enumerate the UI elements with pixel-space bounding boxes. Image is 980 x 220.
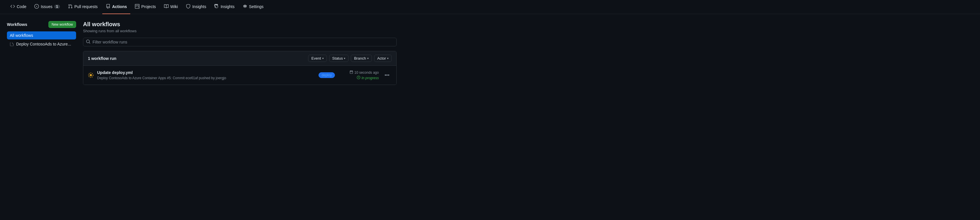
nav-label-security: Insights: [192, 4, 206, 9]
workflow-icon: [10, 42, 14, 46]
nav-label-projects: Projects: [141, 4, 156, 9]
runs-header: 1 workflow run Event ▾ Status ▾ Branch ▾: [83, 51, 396, 66]
runs-container: 1 workflow run Event ▾ Status ▾ Branch ▾: [83, 51, 397, 85]
actions-icon: [106, 4, 110, 9]
main-panel: All workflows Showing runs from all work…: [83, 21, 397, 85]
filter-event-chevron: ▾: [322, 57, 324, 60]
nav-label-settings: Settings: [249, 4, 264, 9]
filter-event-button[interactable]: Event ▾: [308, 55, 326, 62]
filter-branch-label: Branch: [354, 56, 366, 60]
filter-branch-button[interactable]: Branch ▾: [351, 55, 372, 62]
wiki-icon: [164, 4, 169, 9]
run-more-button[interactable]: •••: [382, 71, 392, 79]
runs-filters: Event ▾ Status ▾ Branch ▾ Actor ▾: [308, 55, 392, 62]
run-tag[interactable]: deploy: [318, 72, 335, 78]
svg-point-1: [90, 74, 92, 76]
nav-label-issues: Issues: [41, 4, 52, 9]
sidebar-item-deploy-contoso[interactable]: Deploy ContosoAds to Azure...: [7, 40, 76, 48]
deploy-contoso-label: Deploy ContosoAds to Azure...: [16, 42, 71, 46]
nav-label-code: Code: [17, 4, 26, 9]
nav-item-projects[interactable]: Projects: [131, 0, 159, 14]
sidebar-header: Workflows New workflow: [7, 21, 76, 28]
pull-requests-icon: [68, 4, 73, 9]
insights-icon: [214, 4, 219, 9]
run-status-icon: [88, 72, 94, 78]
settings-icon: [243, 4, 247, 9]
run-item: Update deploy.yml Deploy ContosoAds to A…: [83, 66, 396, 85]
runs-count: 1 workflow run: [88, 56, 116, 61]
filter-actor-label: Actor: [377, 56, 386, 60]
filter-event-label: Event: [311, 56, 321, 60]
run-status: In progress: [357, 76, 379, 80]
run-time: 10 seconds ago: [350, 70, 379, 74]
filter-status-label: Status: [332, 56, 343, 60]
run-title[interactable]: Update deploy.yml: [97, 70, 315, 75]
top-nav: Code Issues 1 Pull requests Actions Proj…: [0, 0, 980, 14]
nav-item-security[interactable]: Insights: [183, 0, 210, 14]
nav-item-pull-requests[interactable]: Pull requests: [65, 0, 101, 14]
filter-actor-chevron: ▾: [387, 57, 388, 60]
search-icon: [86, 40, 91, 45]
new-workflow-button[interactable]: New workflow: [48, 21, 76, 28]
nav-item-settings[interactable]: Settings: [239, 0, 267, 14]
nav-item-wiki[interactable]: Wiki: [161, 0, 181, 14]
run-description: Deploy ContosoAds to Azure Container App…: [97, 76, 315, 80]
panel-title: All workflows: [83, 21, 397, 28]
all-workflows-label: All workflows: [10, 33, 33, 38]
clock-icon: [357, 76, 360, 80]
issues-badge: 1: [54, 5, 60, 9]
sidebar: Workflows New workflow All workflows Dep…: [7, 21, 76, 85]
nav-label-pull-requests: Pull requests: [74, 4, 98, 9]
nav-item-code[interactable]: Code: [7, 0, 30, 14]
run-time-text: 10 seconds ago: [354, 71, 379, 74]
nav-label-actions: Actions: [112, 4, 127, 9]
run-info: Update deploy.yml Deploy ContosoAds to A…: [97, 70, 315, 80]
filter-status-button[interactable]: Status ▾: [329, 55, 349, 62]
search-container: [83, 38, 397, 46]
run-meta: 10 seconds ago In progress: [338, 70, 379, 80]
filter-actor-button[interactable]: Actor ▾: [374, 55, 392, 62]
main-content: Workflows New workflow All workflows Dep…: [0, 14, 404, 92]
calendar-icon: [350, 70, 353, 74]
issues-icon: [34, 4, 39, 9]
nav-label-wiki: Wiki: [170, 4, 178, 9]
code-icon: [10, 4, 15, 9]
run-status-text: In progress: [361, 76, 379, 80]
nav-item-issues[interactable]: Issues 1: [31, 0, 63, 14]
search-input[interactable]: [83, 38, 397, 46]
sidebar-title: Workflows: [7, 22, 27, 27]
security-icon: [186, 4, 191, 9]
panel-subtitle: Showing runs from all workflows: [83, 29, 397, 33]
nav-item-actions[interactable]: Actions: [102, 0, 130, 14]
filter-branch-chevron: ▾: [367, 57, 369, 60]
nav-item-insights[interactable]: Insights: [211, 0, 238, 14]
nav-label-insights: Insights: [221, 4, 234, 9]
sidebar-item-all-workflows[interactable]: All workflows: [7, 32, 76, 40]
projects-icon: [135, 4, 140, 9]
filter-status-chevron: ▾: [344, 57, 345, 60]
